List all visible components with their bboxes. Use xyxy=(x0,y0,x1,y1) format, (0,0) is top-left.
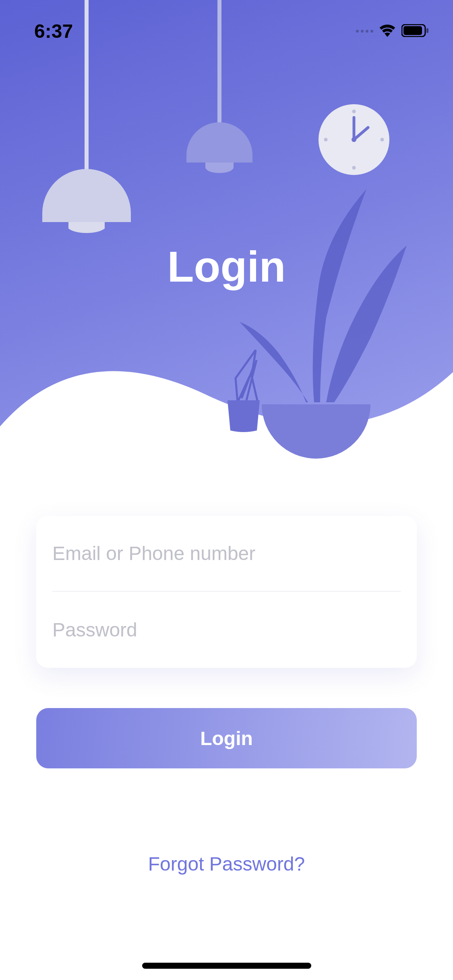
svg-rect-1 xyxy=(42,213,131,222)
login-form-card xyxy=(36,516,417,668)
svg-point-7 xyxy=(324,138,328,142)
email-field[interactable] xyxy=(52,542,401,564)
password-row xyxy=(52,592,401,668)
home-indicator xyxy=(142,963,311,969)
svg-rect-3 xyxy=(186,155,252,163)
status-icons xyxy=(356,24,429,39)
svg-rect-13 xyxy=(403,26,422,35)
wifi-icon xyxy=(379,24,396,39)
svg-point-5 xyxy=(352,110,356,113)
status-time: 6:37 xyxy=(34,20,73,42)
page-title: Login xyxy=(168,241,286,292)
email-row xyxy=(52,516,401,592)
svg-point-11 xyxy=(352,137,356,142)
cellular-dots-icon xyxy=(356,30,373,33)
status-bar: 6:37 xyxy=(0,0,453,48)
svg-point-6 xyxy=(352,166,356,170)
forgot-password-link[interactable]: Forgot Password? xyxy=(148,853,305,875)
svg-rect-14 xyxy=(426,28,428,33)
plant-decoration xyxy=(225,177,411,460)
password-field[interactable] xyxy=(52,619,401,641)
login-button[interactable]: Login xyxy=(36,708,417,768)
battery-icon xyxy=(401,24,429,39)
clock-decoration xyxy=(316,102,391,179)
svg-point-8 xyxy=(381,138,384,142)
